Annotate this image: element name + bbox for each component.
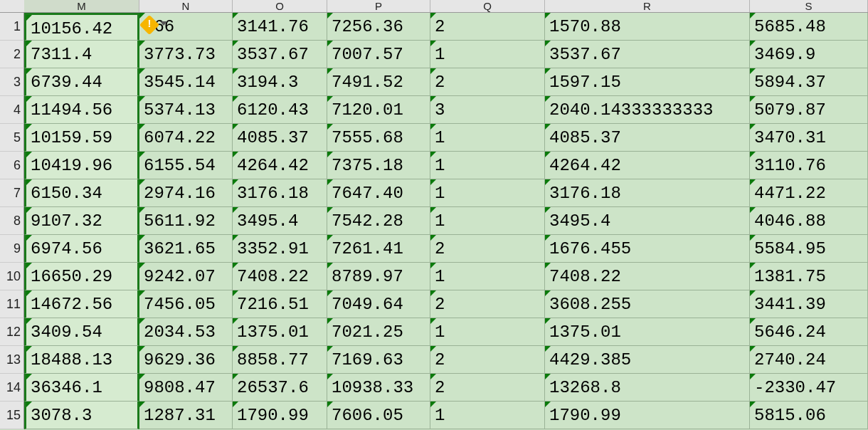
- cell-N4[interactable]: 5374.13: [139, 96, 233, 124]
- cell-P5[interactable]: 7555.68: [327, 124, 430, 152]
- cell-R15[interactable]: 1790.99: [545, 402, 750, 429]
- cell-M3[interactable]: 6739.44: [24, 68, 139, 96]
- cell-S4[interactable]: 5079.87: [750, 96, 868, 124]
- cell-M6[interactable]: 10419.96: [24, 152, 139, 179]
- cell-P10[interactable]: 8789.97: [327, 263, 430, 290]
- row-header[interactable]: 9: [0, 235, 24, 263]
- cell-N12[interactable]: 2034.53: [139, 318, 233, 346]
- cell-P1[interactable]: 7256.36: [327, 13, 430, 41]
- cell-O13[interactable]: 8858.77: [233, 346, 327, 374]
- spreadsheet-grid[interactable]: 110156.42.663141.767256.3621570.885685.4…: [0, 13, 868, 429]
- select-all-corner[interactable]: [0, 0, 24, 12]
- row-header[interactable]: 13: [0, 346, 24, 374]
- cell-Q14[interactable]: 2: [430, 374, 545, 402]
- cell-R7[interactable]: 3176.18: [545, 179, 750, 207]
- col-header-N[interactable]: N: [139, 0, 233, 12]
- cell-O1[interactable]: 3141.76: [233, 13, 327, 41]
- cell-N15[interactable]: 1287.31: [139, 402, 233, 429]
- cell-P12[interactable]: 7021.25: [327, 318, 430, 346]
- cell-R4[interactable]: 2040.14333333333: [545, 96, 750, 124]
- cell-N2[interactable]: 3773.73: [139, 41, 233, 68]
- cell-O11[interactable]: 7216.51: [233, 290, 327, 318]
- cell-P13[interactable]: 7169.63: [327, 346, 430, 374]
- cell-N10[interactable]: 9242.07: [139, 263, 233, 290]
- row-header[interactable]: 6: [0, 152, 24, 179]
- cell-S13[interactable]: 2740.24: [750, 346, 868, 374]
- row-header[interactable]: 4: [0, 96, 24, 124]
- cell-P7[interactable]: 7647.40: [327, 179, 430, 207]
- cell-Q13[interactable]: 2: [430, 346, 545, 374]
- cell-P2[interactable]: 7007.57: [327, 41, 430, 68]
- cell-O10[interactable]: 7408.22: [233, 263, 327, 290]
- cell-M15[interactable]: 3078.3: [24, 402, 139, 429]
- row-header[interactable]: 5: [0, 124, 24, 152]
- row-header[interactable]: 12: [0, 318, 24, 346]
- col-header-Q[interactable]: Q: [430, 0, 545, 12]
- cell-S6[interactable]: 3110.76: [750, 152, 868, 179]
- cell-O7[interactable]: 3176.18: [233, 179, 327, 207]
- cell-M2[interactable]: 7311.4: [24, 41, 139, 68]
- cell-N7[interactable]: 2974.16: [139, 179, 233, 207]
- cell-R3[interactable]: 1597.15: [545, 68, 750, 96]
- row-header[interactable]: 7: [0, 179, 24, 207]
- cell-M14[interactable]: 36346.1: [24, 374, 139, 402]
- cell-O5[interactable]: 4085.37: [233, 124, 327, 152]
- cell-S5[interactable]: 3470.31: [750, 124, 868, 152]
- cell-N5[interactable]: 6074.22: [139, 124, 233, 152]
- row-header[interactable]: 15: [0, 402, 24, 429]
- cell-Q7[interactable]: 1: [430, 179, 545, 207]
- cell-S7[interactable]: 4471.22: [750, 179, 868, 207]
- col-header-O[interactable]: O: [233, 0, 327, 12]
- cell-M4[interactable]: 11494.56: [24, 96, 139, 124]
- cell-Q4[interactable]: 3: [430, 96, 545, 124]
- cell-Q11[interactable]: 2: [430, 290, 545, 318]
- cell-N8[interactable]: 5611.92: [139, 207, 233, 235]
- cell-O14[interactable]: 26537.6: [233, 374, 327, 402]
- cell-Q1[interactable]: 2: [430, 13, 545, 41]
- cell-P4[interactable]: 7120.01: [327, 96, 430, 124]
- cell-M7[interactable]: 6150.34: [24, 179, 139, 207]
- cell-S15[interactable]: 5815.06: [750, 402, 868, 429]
- cell-O12[interactable]: 1375.01: [233, 318, 327, 346]
- cell-R8[interactable]: 3495.4: [545, 207, 750, 235]
- cell-P3[interactable]: 7491.52: [327, 68, 430, 96]
- cell-M10[interactable]: 16650.29: [24, 263, 139, 290]
- cell-O9[interactable]: 3352.91: [233, 235, 327, 263]
- cell-O8[interactable]: 3495.4: [233, 207, 327, 235]
- cell-O4[interactable]: 6120.43: [233, 96, 327, 124]
- cell-P14[interactable]: 10938.33: [327, 374, 430, 402]
- cell-N3[interactable]: 3545.14: [139, 68, 233, 96]
- cell-O15[interactable]: 1790.99: [233, 402, 327, 429]
- cell-Q10[interactable]: 1: [430, 263, 545, 290]
- error-smart-tag[interactable]: !: [142, 17, 168, 33]
- cell-M1[interactable]: 10156.42: [24, 13, 139, 41]
- row-header[interactable]: 14: [0, 374, 24, 402]
- cell-R2[interactable]: 3537.67: [545, 41, 750, 68]
- cell-N6[interactable]: 6155.54: [139, 152, 233, 179]
- cell-M8[interactable]: 9107.32: [24, 207, 139, 235]
- cell-S14[interactable]: -2330.47: [750, 374, 868, 402]
- cell-O3[interactable]: 3194.3: [233, 68, 327, 96]
- cell-R10[interactable]: 7408.22: [545, 263, 750, 290]
- cell-R13[interactable]: 4429.385: [545, 346, 750, 374]
- cell-P8[interactable]: 7542.28: [327, 207, 430, 235]
- row-header[interactable]: 8: [0, 207, 24, 235]
- cell-R11[interactable]: 3608.255: [545, 290, 750, 318]
- row-header[interactable]: 3: [0, 68, 24, 96]
- cell-Q3[interactable]: 2: [430, 68, 545, 96]
- cell-O6[interactable]: 4264.42: [233, 152, 327, 179]
- cell-Q5[interactable]: 1: [430, 124, 545, 152]
- col-header-M[interactable]: M: [24, 0, 139, 12]
- cell-P9[interactable]: 7261.41: [327, 235, 430, 263]
- cell-N13[interactable]: 9629.36: [139, 346, 233, 374]
- cell-Q15[interactable]: 1: [430, 402, 545, 429]
- cell-P6[interactable]: 7375.18: [327, 152, 430, 179]
- cell-S2[interactable]: 3469.9: [750, 41, 868, 68]
- cell-R12[interactable]: 1375.01: [545, 318, 750, 346]
- cell-M11[interactable]: 14672.56: [24, 290, 139, 318]
- row-header[interactable]: 11: [0, 290, 24, 318]
- row-header[interactable]: 10: [0, 263, 24, 290]
- cell-R14[interactable]: 13268.8: [545, 374, 750, 402]
- cell-S3[interactable]: 5894.37: [750, 68, 868, 96]
- col-header-P[interactable]: P: [327, 0, 430, 12]
